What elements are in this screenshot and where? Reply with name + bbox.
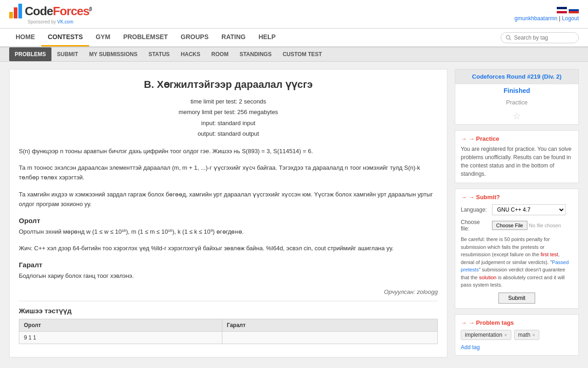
- tags-box-content: → → Problem tags implementation × math ×…: [455, 315, 578, 355]
- passed-pretests-highlight: Passed pretests: [461, 259, 569, 273]
- tag-math-remove[interactable]: ×: [532, 332, 535, 338]
- bar2-icon: [14, 7, 17, 18]
- practice-box: → → Practice You are registered for prac…: [455, 130, 579, 183]
- nav-home[interactable]: HOME: [9, 29, 41, 46]
- practice-arrow-icon: →: [461, 135, 469, 142]
- choose-file-button[interactable]: Choose File: [492, 221, 527, 230]
- star-icon[interactable]: ☆: [455, 108, 578, 124]
- username-link[interactable]: gmunkhbaatarmn: [514, 15, 557, 22]
- subnav-custom-test[interactable]: CUSTOM TEST: [277, 47, 328, 61]
- subnav-problems[interactable]: PROBLEMS: [9, 47, 51, 61]
- search-box: [501, 32, 579, 43]
- problem-content: В. Хөгжилтэйгээр дараалал үүсгэ time lim…: [9, 69, 447, 357]
- logout-link[interactable]: Logout: [562, 15, 579, 22]
- practice-title-text: → Practice: [469, 135, 499, 142]
- header-right: gmunkhbaatarmn | Logout: [514, 7, 579, 22]
- note-section: Жич: С++ хэл дээр 64-битийн тоо хэрэглэх…: [19, 244, 438, 253]
- submit-button[interactable]: Submit: [498, 293, 535, 304]
- output-section-title: Гаралт: [19, 261, 438, 269]
- submit-title-text: → Submit?: [469, 194, 500, 201]
- tags-box: → → Problem tags implementation × math ×…: [455, 314, 579, 356]
- problem-meta: time limit per test: 2 seconds memory li…: [19, 96, 438, 139]
- tag-chip-math: math ×: [514, 330, 539, 340]
- practice-box-content: → → Practice You are registered for prac…: [455, 131, 578, 183]
- translator-credit: Орчуулсан: zoloogg: [19, 288, 438, 295]
- sample-input-value: 9 1 1: [19, 331, 222, 344]
- submit-box-content: → → Submit? Language: GNU C++ 4.7GNU C++…: [455, 189, 578, 308]
- subnav-hacks[interactable]: HACKS: [175, 47, 206, 61]
- logo: CodeForcesβ: [9, 4, 91, 18]
- logo-area: CodeForcesβ Sponsored by VK.com: [9, 4, 91, 24]
- subnav-standings[interactable]: STANDINGS: [234, 47, 277, 61]
- output-type: output: standard output: [19, 128, 438, 139]
- divider: [19, 301, 438, 301]
- subnav-status[interactable]: STATUS: [143, 47, 175, 61]
- practice-box-title: → → Practice: [461, 135, 573, 142]
- logo-beta: β: [89, 6, 91, 12]
- sponsored-text: Sponsored by VK.com: [28, 19, 74, 24]
- flag-ru-icon[interactable]: [569, 7, 579, 13]
- file-row: Choose file: Choose File No file chosen: [461, 219, 573, 232]
- input-section-title: Оролт: [19, 217, 438, 224]
- vk-link[interactable]: VK.com: [57, 19, 74, 24]
- language-flags: [557, 7, 579, 13]
- search-input[interactable]: [514, 34, 574, 41]
- svg-point-0: [506, 35, 510, 39]
- main-content: В. Хөгжилтэйгээр дараалал үүсгэ time lim…: [0, 62, 588, 365]
- tags-arrow-icon: →: [461, 319, 469, 326]
- problem-title: В. Хөгжилтэйгээр дараалал үүсгэ: [19, 79, 438, 91]
- search-icon: [506, 35, 511, 40]
- problem-body-p1: S(n) функцээр n тооны аравтын бичлэг дах…: [19, 147, 438, 156]
- file-label: Choose file:: [461, 219, 488, 232]
- add-tag-link[interactable]: Add tag: [461, 344, 480, 351]
- tags-title-text: → Problem tags: [469, 319, 514, 326]
- round-title-link[interactable]: Codeforces Round #219 (Div. 2): [472, 73, 562, 80]
- nav-problemset[interactable]: PROBLEMSET: [117, 29, 174, 46]
- subnav-submit[interactable]: SUBMIT: [51, 47, 84, 61]
- logo-code: Code: [25, 4, 53, 18]
- round-practice-label: Practice: [455, 97, 578, 108]
- problem-body-p3: Та хамгийн ихдээ w хэмжээний зардал гарг…: [19, 190, 438, 209]
- tag-implementation-remove[interactable]: ×: [504, 332, 507, 338]
- language-select[interactable]: GNU C++ 4.7GNU C++ 11Microsoft Visual C+…: [492, 204, 565, 215]
- nav-groups[interactable]: GROUPS: [174, 29, 215, 46]
- tag-math-label: math: [518, 332, 531, 338]
- problem-body-p2: Та m тоонос эхэлсэн дараалсан элементтэй…: [19, 163, 438, 183]
- subnav: PROBLEMS SUBMIT MY SUBMISSIONS STATUS HA…: [0, 47, 588, 62]
- input-section-desc: Оролтын эхний мөрөнд w (1 ≤ w ≤ 10¹⁶), m…: [19, 227, 438, 237]
- sample-output-header: Гаралт: [222, 319, 437, 331]
- nav-links: HOME CONTESTS GYM PROBLEMSET GROUPS RATI…: [9, 29, 282, 46]
- first-test-highlight: first test: [541, 252, 559, 257]
- nav-gym[interactable]: GYM: [89, 29, 117, 46]
- nav-contests[interactable]: CONTESTS: [41, 29, 89, 46]
- main-nav: HOME CONTESTS GYM PROBLEMSET GROUPS RATI…: [0, 29, 588, 47]
- output-section-desc: Бодлогын хариу болох ганц тоог хэвлэнэ.: [19, 271, 438, 281]
- memory-limit: memory limit per test: 256 megabytes: [19, 107, 438, 117]
- submit-box-title: → → Submit?: [461, 194, 573, 201]
- no-file-text: No file chosen: [529, 223, 561, 228]
- file-input-group: Choose File No file chosen: [492, 221, 561, 230]
- subnav-room[interactable]: ROOM: [206, 47, 234, 61]
- svg-line-1: [510, 39, 511, 40]
- user-links: gmunkhbaatarmn | Logout: [514, 15, 579, 22]
- sample-table: Оролт Гаралт 9 1 1: [19, 319, 438, 344]
- round-status: Finished: [455, 84, 578, 97]
- site-logo-text: CodeForcesβ: [25, 4, 91, 18]
- sidebar: Codeforces Round #219 (Div. 2) Finished …: [455, 69, 579, 357]
- flag-uk-icon[interactable]: [557, 7, 567, 13]
- header: CodeForcesβ Sponsored by VK.com gmunkhba…: [0, 0, 588, 29]
- tag-implementation-label: implementation: [465, 332, 502, 338]
- language-row: Language: GNU C++ 4.7GNU C++ 11Microsoft…: [461, 204, 573, 215]
- nav-rating[interactable]: RATING: [215, 29, 252, 46]
- tags-box-title: → → Problem tags: [461, 319, 573, 326]
- sample-input-header: Оролт: [19, 319, 222, 331]
- submit-box: → → Submit? Language: GNU C++ 4.7GNU C++…: [455, 189, 579, 309]
- solution-highlight: solution: [479, 275, 497, 280]
- input-type: input: standard input: [19, 118, 438, 128]
- sample-output-value: [222, 331, 437, 344]
- subnav-my-submissions[interactable]: MY SUBMISSIONS: [84, 47, 143, 61]
- submit-arrow-icon: →: [461, 194, 469, 201]
- practice-box-text: You are registered for practice. You can…: [461, 145, 573, 178]
- nav-help[interactable]: HELP: [252, 29, 282, 46]
- sample-tests-title: Жишээ тэстүүд: [19, 307, 438, 315]
